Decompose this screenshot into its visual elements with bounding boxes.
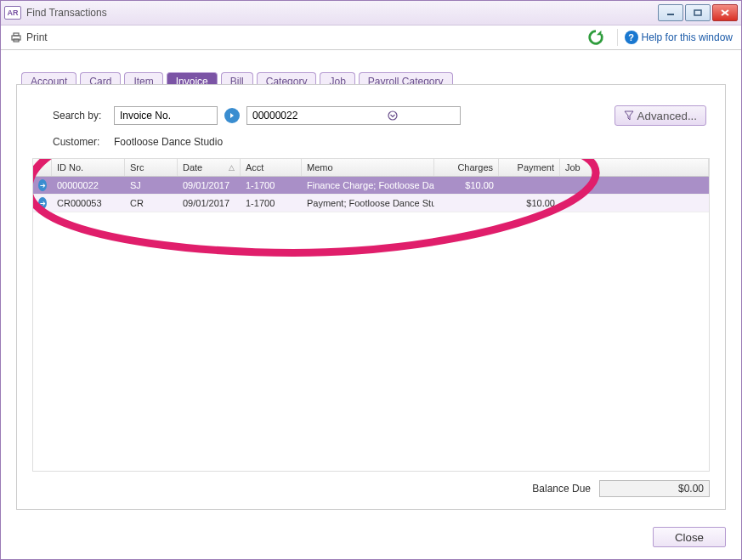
maximize-icon bbox=[693, 8, 703, 17]
customer-label: Customer: bbox=[53, 136, 109, 148]
funnel-icon bbox=[624, 110, 634, 121]
app-window: AR Find Transactions Print ? bbox=[0, 0, 742, 560]
advanced-label: Advanced... bbox=[637, 110, 697, 122]
print-icon bbox=[9, 31, 23, 44]
cell-acct: 1-1700 bbox=[241, 195, 302, 212]
col-date[interactable]: Date bbox=[178, 159, 241, 176]
window-close-button[interactable] bbox=[712, 4, 738, 21]
titlebar: AR Find Transactions bbox=[1, 1, 741, 25]
svg-rect-1 bbox=[694, 10, 701, 15]
balance-row: Balance Due $0.00 bbox=[32, 480, 710, 497]
table-header: ID No. Src Date Acct Memo Charges Paymen… bbox=[33, 159, 709, 177]
toolbar: Print ? Help for this window bbox=[1, 25, 741, 50]
col-src[interactable]: Src bbox=[125, 159, 178, 176]
main-panel: Search by: Advanced... Cu bbox=[16, 84, 726, 510]
help-icon: ? bbox=[625, 31, 638, 44]
cell-src: CR bbox=[125, 195, 178, 212]
balance-label: Balance Due bbox=[532, 483, 591, 495]
window-title: Find Transactions bbox=[26, 7, 656, 19]
svg-rect-5 bbox=[14, 33, 19, 36]
minimize-icon bbox=[666, 8, 676, 17]
col-job[interactable]: Job bbox=[560, 159, 709, 176]
search-value-field[interactable] bbox=[246, 106, 461, 125]
col-charges[interactable]: Charges bbox=[434, 159, 499, 176]
cell-memo: Finance Charge; Footloose Dance Studio bbox=[302, 177, 434, 194]
table-row[interactable]: ➔ 00000022 SJ 09/01/2017 1-1700 Finance … bbox=[33, 177, 709, 195]
cell-date: 09/01/2017 bbox=[178, 177, 241, 194]
search-row: Search by: Advanced... bbox=[53, 105, 710, 126]
cell-payment bbox=[499, 177, 560, 194]
close-button[interactable]: Close bbox=[653, 527, 726, 547]
customer-value: Footloose Dance Studio bbox=[114, 136, 223, 148]
minimize-button[interactable] bbox=[658, 4, 683, 21]
search-value-clear-button[interactable] bbox=[385, 107, 400, 124]
toolbar-divider bbox=[617, 29, 618, 46]
row-open-icon[interactable]: ➔ bbox=[38, 197, 47, 209]
cell-charges bbox=[434, 195, 499, 212]
svg-point-7 bbox=[388, 111, 397, 120]
cell-payment: $10.00 bbox=[499, 195, 560, 212]
col-expand[interactable] bbox=[33, 159, 52, 176]
table-row[interactable]: ➔ CR000053 CR 09/01/2017 1-1700 Payment;… bbox=[33, 195, 709, 212]
search-value-input[interactable] bbox=[247, 108, 385, 123]
advanced-button[interactable]: Advanced... bbox=[615, 105, 706, 126]
customer-row: Customer: Footloose Dance Studio bbox=[53, 136, 710, 148]
cell-job bbox=[560, 177, 709, 194]
cell-id: CR000053 bbox=[52, 195, 125, 212]
search-go-button[interactable] bbox=[224, 108, 240, 123]
search-by-label: Search by: bbox=[53, 110, 109, 122]
close-icon bbox=[720, 8, 730, 17]
print-button[interactable]: Print bbox=[9, 31, 48, 44]
cell-memo: Payment; Footloose Dance Studio bbox=[302, 195, 434, 212]
cell-job bbox=[560, 195, 709, 212]
cell-src: SJ bbox=[125, 177, 178, 194]
dropdown-chevron-icon bbox=[388, 110, 398, 121]
col-acct[interactable]: Acct bbox=[241, 159, 302, 176]
search-by-combo[interactable] bbox=[114, 106, 218, 125]
col-payment[interactable]: Payment bbox=[499, 159, 560, 176]
footer: Close bbox=[653, 527, 726, 547]
col-id[interactable]: ID No. bbox=[52, 159, 125, 176]
balance-value: $0.00 bbox=[599, 480, 710, 497]
col-memo[interactable]: Memo bbox=[302, 159, 434, 176]
help-link[interactable]: ? Help for this window bbox=[625, 31, 733, 44]
cell-charges: $10.00 bbox=[434, 177, 499, 194]
print-label: Print bbox=[26, 31, 48, 43]
refresh-icon[interactable] bbox=[586, 28, 605, 47]
arrow-right-icon bbox=[229, 112, 235, 119]
cell-acct: 1-1700 bbox=[241, 177, 302, 194]
results-table: ID No. Src Date Acct Memo Charges Paymen… bbox=[32, 158, 710, 472]
cell-date: 09/01/2017 bbox=[178, 195, 241, 212]
row-open-icon[interactable]: ➔ bbox=[38, 179, 47, 191]
app-icon: AR bbox=[4, 6, 21, 20]
help-label: Help for this window bbox=[642, 31, 733, 43]
maximize-button[interactable] bbox=[685, 4, 711, 21]
cell-id: 00000022 bbox=[52, 177, 125, 194]
